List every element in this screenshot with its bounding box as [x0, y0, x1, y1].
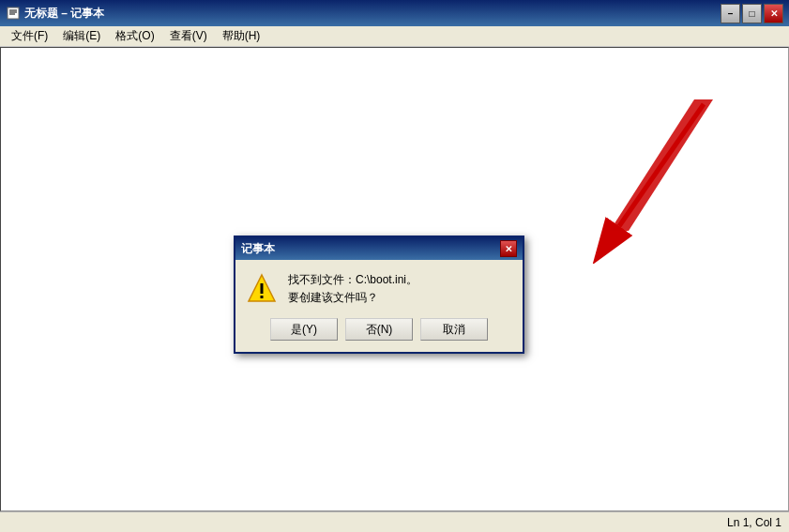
title-bar: 无标题 – 记事本 – □ ✕ [0, 0, 789, 26]
menu-bar: 文件(F) 编辑(E) 格式(O) 查看(V) 帮助(H) [0, 26, 789, 47]
dialog-message: 找不到文件：C:\boot.ini。 要创建该文件吗？ [288, 271, 417, 307]
menu-help[interactable]: 帮助(H) [215, 26, 268, 46]
svg-line-5 [619, 104, 704, 226]
minimize-button[interactable]: – [721, 4, 740, 23]
svg-rect-9 [261, 296, 264, 298]
menu-file[interactable]: 文件(F) [4, 26, 55, 46]
menu-view[interactable]: 查看(V) [162, 26, 215, 46]
dialog-message-line2: 要创建该文件吗？ [288, 289, 417, 307]
svg-rect-8 [261, 283, 264, 294]
no-button[interactable]: 否(N) [345, 318, 413, 341]
window-title: 无标题 – 记事本 [24, 6, 721, 22]
window-controls: – □ ✕ [721, 4, 783, 23]
editor-area[interactable]: 记事本 ✕ 找不到文件：C:\boot.ini。 要创建该文件吗？ 是(Y) 否… [0, 47, 789, 511]
warning-icon [247, 273, 277, 303]
dialog-title-bar: 记事本 ✕ [235, 237, 523, 260]
maximize-button[interactable]: □ [742, 4, 762, 23]
yes-button[interactable]: 是(Y) [270, 318, 338, 341]
dialog-buttons: 是(Y) 否(N) 取消 [235, 314, 523, 352]
cursor-position: Ln 1, Col 1 [727, 516, 781, 529]
menu-edit[interactable]: 编辑(E) [55, 26, 108, 46]
dialog-content: 找不到文件：C:\boot.ini。 要创建该文件吗？ [235, 260, 523, 314]
dialog: 记事本 ✕ 找不到文件：C:\boot.ini。 要创建该文件吗？ 是(Y) 否… [234, 236, 524, 354]
dialog-message-line1: 找不到文件：C:\boot.ini。 [288, 271, 417, 289]
red-arrow [544, 95, 732, 264]
dialog-title: 记事本 [241, 241, 500, 257]
dialog-close-button[interactable]: ✕ [500, 240, 517, 257]
status-bar: Ln 1, Col 1 [0, 511, 789, 532]
svg-marker-6 [610, 99, 713, 231]
menu-format[interactable]: 格式(O) [108, 26, 161, 46]
app-icon [6, 6, 21, 21]
close-window-button[interactable]: ✕ [764, 4, 783, 23]
cancel-button[interactable]: 取消 [420, 318, 488, 341]
svg-rect-0 [8, 8, 19, 19]
